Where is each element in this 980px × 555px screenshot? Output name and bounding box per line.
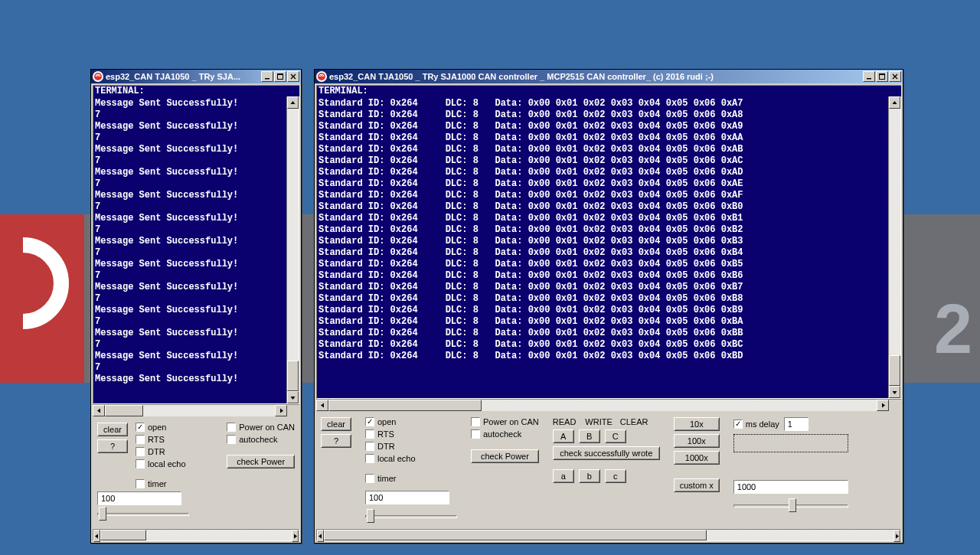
rwc-column: READ WRITE CLEAR A B C check successfull… [553,417,660,483]
right-client: TERMINAL: Standard ID: 0x264 DLC: 8 Data… [315,83,903,543]
scroll-up-button[interactable] [889,96,900,109]
right-controls: clear ? open RTS DTR local echo timer [316,411,901,529]
scroll-track[interactable] [100,530,292,540]
right-value-input[interactable] [733,480,848,494]
scroll-thumb-h[interactable] [105,405,143,416]
slider-thumb[interactable] [99,507,106,521]
scroll-track[interactable] [287,109,299,391]
vertical-scrollbar[interactable] [888,96,900,398]
slider-thumb[interactable] [789,498,796,512]
svg-rect-5 [867,78,871,80]
right-titlebar[interactable]: esp32_CAN TJA1050 _ TRy SJA1000 CAN cont… [315,70,903,83]
write-label: WRITE [585,417,612,426]
scroll-left-button[interactable] [93,405,105,416]
scroll-right-button[interactable] [893,530,900,542]
scroll-track-h[interactable] [105,405,275,416]
terminal-label: TERMINAL: [93,85,299,96]
maximize-button[interactable] [274,71,286,82]
scroll-thumb[interactable] [287,361,299,391]
scroll-thumb[interactable] [100,530,146,540]
slider-thumb[interactable] [367,509,374,523]
help-button[interactable]: ? [321,434,351,448]
right-left-value-input[interactable] [365,491,449,504]
scroll-right-button[interactable] [292,530,299,542]
scroll-right-button[interactable] [275,405,287,416]
dtr-checkbox[interactable]: DTR [136,447,186,456]
right-window: esp32_CAN TJA1050 _ TRy SJA1000 CAN cont… [314,69,903,544]
rts-checkbox[interactable]: RTS [136,435,186,444]
left-terminal-wrap: Message Sent Successfully! 7 Message Sen… [93,96,299,404]
clear-button[interactable]: clear [321,417,351,431]
timer-checkbox[interactable]: timer [365,474,457,483]
scroll-left-button[interactable] [317,530,324,542]
scroll-track[interactable] [324,530,893,540]
minimize-button[interactable] [863,71,875,82]
left-value-input[interactable] [97,491,181,505]
scroll-thumb[interactable] [889,355,900,386]
check-power-button[interactable]: check Power [471,449,539,463]
custom-x-button[interactable]: custom x [674,478,720,492]
right-window-title: esp32_CAN TJA1050 _ TRy SJA1000 CAN cont… [329,72,863,81]
help-button[interactable]: ? [97,439,128,453]
local-echo-label: local echo [148,459,186,468]
horizontal-scrollbar[interactable] [93,404,299,416]
power-on-can-checkbox[interactable]: Power on CAN [227,423,295,432]
clear-button[interactable]: clear [97,423,128,436]
vertical-scrollbar[interactable] [286,96,299,403]
horizontal-scrollbar[interactable] [316,399,901,411]
check-successfully-wrote-button[interactable]: check successfully wrote [553,446,660,460]
terminal-label: TERMINAL: [316,85,901,96]
open-checkbox[interactable]: open [365,417,457,426]
check-power-button[interactable]: check Power [227,455,295,468]
right-slider[interactable] [733,497,848,515]
scroll-track[interactable] [889,109,900,386]
local-echo-checkbox[interactable]: local echo [365,454,457,463]
right-slider-left[interactable] [365,508,457,526]
ms-delay-input[interactable] [784,417,808,431]
ms-delay-checkbox[interactable]: ms delay [733,420,779,429]
timer-label: timer [148,479,166,488]
left-titlebar[interactable]: esp32_CAN TJA1050 _ TRy SJA... [91,70,301,83]
left-slider[interactable] [97,505,189,524]
C-button[interactable]: C [605,429,626,443]
scroll-right-button[interactable] [877,400,889,411]
right-bottom-scrollbar[interactable] [316,529,901,541]
open-checkbox[interactable]: open [136,423,186,432]
x10-button[interactable]: 10x [674,417,720,431]
scroll-corner [287,405,299,416]
rts-checkbox[interactable]: RTS [365,429,457,439]
svg-rect-3 [278,74,283,76]
x100-button[interactable]: 100x [674,434,720,448]
minimize-button[interactable] [261,71,273,82]
left-terminal[interactable]: Message Sent Successfully! 7 Message Sen… [93,96,286,403]
scroll-thumb[interactable] [324,530,707,540]
scroll-down-button[interactable] [889,386,900,398]
power-on-can-label: Power on CAN [239,423,295,432]
scroll-left-button[interactable] [93,530,100,542]
left-window-title: esp32_CAN TJA1050 _ TRy SJA... [106,72,261,81]
close-button[interactable] [889,71,901,82]
x1000-button[interactable]: 1000x [674,451,720,465]
scroll-left-button[interactable] [316,400,328,411]
a-button[interactable]: a [553,469,574,483]
power-on-can-checkbox[interactable]: Power on CAN [471,417,539,426]
bg-wifi-arc-icon [0,237,69,329]
c-button[interactable]: c [605,469,626,483]
close-button[interactable] [287,71,299,82]
timer-checkbox[interactable]: timer [136,479,186,488]
autocheck-checkbox[interactable]: autocheck [471,429,539,439]
B-button[interactable]: B [579,429,600,443]
left-bottom-scrollbar[interactable] [93,529,299,541]
scroll-thumb-h[interactable] [328,400,482,411]
autocheck-checkbox[interactable]: autocheck [227,435,295,444]
scroll-up-button[interactable] [287,96,299,109]
rts-label: RTS [377,429,394,439]
scroll-down-button[interactable] [287,391,299,403]
right-terminal[interactable]: Standard ID: 0x264 DLC: 8 Data: 0x00 0x0… [317,96,888,398]
dtr-checkbox[interactable]: DTR [365,442,457,451]
b-button[interactable]: b [579,469,600,483]
scroll-track-h[interactable] [328,400,877,411]
A-button[interactable]: A [553,429,574,443]
maximize-button[interactable] [876,71,888,82]
local-echo-checkbox[interactable]: local echo [136,459,186,468]
